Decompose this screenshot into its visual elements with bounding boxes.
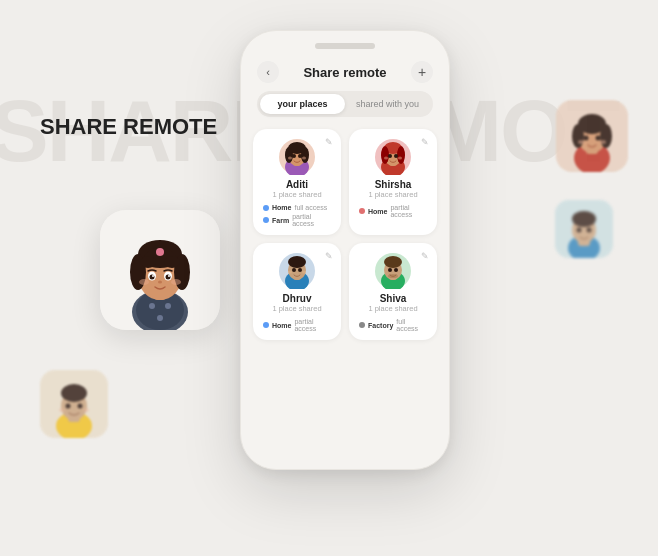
svg-point-33 — [600, 140, 606, 144]
svg-point-38 — [572, 211, 596, 227]
access-list-aditi: Home full access Farm partial access — [263, 204, 331, 227]
svg-point-49 — [83, 408, 89, 412]
access-place: Home — [368, 208, 387, 215]
svg-point-75 — [298, 268, 302, 272]
add-button[interactable]: + — [411, 61, 433, 83]
svg-point-57 — [298, 154, 302, 158]
access-item: Home full access — [263, 204, 331, 211]
svg-point-47 — [78, 404, 83, 409]
svg-point-20 — [139, 279, 149, 285]
user-name-shiva: Shiva — [359, 293, 427, 304]
svg-point-82 — [388, 268, 392, 272]
avatar-mid-right — [555, 200, 613, 258]
tab-shared-with-you[interactable]: shared with you — [345, 94, 430, 114]
svg-point-74 — [292, 268, 296, 272]
svg-point-21 — [171, 279, 181, 285]
user-grid: ✎ — [241, 129, 449, 340]
svg-point-55 — [301, 147, 309, 163]
user-places-shirsha: 1 place shared — [359, 190, 427, 199]
user-places-shiva: 1 place shared — [359, 304, 427, 313]
svg-point-12 — [164, 256, 180, 268]
svg-point-28 — [572, 124, 584, 148]
svg-point-19 — [158, 281, 162, 284]
access-list-shirsha: Home partial access — [359, 204, 427, 218]
svg-point-30 — [584, 136, 589, 141]
screen-header: ‹ Share remote + — [241, 57, 449, 91]
svg-point-84 — [388, 274, 398, 278]
avatar-shirsha — [359, 139, 427, 175]
user-name-aditi: Aditi — [263, 179, 331, 190]
edit-icon-aditi[interactable]: ✎ — [325, 137, 333, 147]
user-card-dhruv: ✎ — [253, 243, 341, 340]
user-card-aditi: ✎ — [253, 129, 341, 235]
phone-mockup: ‹ Share remote + your places shared with… — [240, 30, 450, 470]
avatar-dhruv — [263, 253, 331, 289]
edit-icon-dhruv[interactable]: ✎ — [325, 251, 333, 261]
svg-point-40 — [587, 228, 592, 233]
page-title: SHARE REMOTE — [40, 114, 217, 140]
svg-point-83 — [394, 268, 398, 272]
access-level: partial access — [390, 204, 427, 218]
svg-point-15 — [150, 275, 155, 280]
edit-icon-shirsha[interactable]: ✎ — [421, 137, 429, 147]
access-item: Home partial access — [359, 204, 427, 218]
svg-point-59 — [302, 157, 306, 160]
user-card-shirsha: ✎ — [349, 129, 437, 235]
svg-point-68 — [384, 157, 388, 160]
svg-point-64 — [381, 146, 389, 164]
svg-point-32 — [578, 140, 584, 144]
access-list-dhruv: Home partial access — [263, 318, 331, 332]
access-list-shiva: Factory full access — [359, 318, 427, 332]
svg-point-11 — [140, 256, 156, 268]
svg-point-58 — [288, 157, 292, 160]
svg-point-66 — [388, 154, 392, 158]
user-card-shiva: ✎ — [349, 243, 437, 340]
svg-point-5 — [157, 315, 163, 321]
svg-point-54 — [285, 147, 293, 163]
svg-point-4 — [165, 303, 171, 309]
svg-point-69 — [398, 157, 402, 160]
avatar-aditi — [263, 139, 331, 175]
svg-point-65 — [397, 146, 405, 164]
access-level: partial access — [292, 213, 331, 227]
user-name-dhruv: Dhruv — [263, 293, 331, 304]
svg-point-16 — [166, 275, 171, 280]
svg-point-45 — [61, 384, 87, 402]
user-name-shirsha: Shirsha — [359, 179, 427, 190]
phone-screen: ‹ Share remote + your places shared with… — [241, 49, 449, 340]
svg-point-76 — [288, 271, 292, 274]
svg-point-17 — [152, 275, 154, 277]
svg-point-31 — [596, 136, 601, 141]
access-level: full access — [294, 204, 327, 211]
svg-point-48 — [59, 408, 65, 412]
access-level: full access — [396, 318, 427, 332]
access-place: Farm — [272, 217, 289, 224]
svg-point-73 — [288, 256, 306, 268]
svg-point-39 — [577, 228, 582, 233]
avatar-top-right — [556, 100, 628, 172]
avatar-main-girl — [100, 210, 220, 330]
svg-point-18 — [168, 275, 170, 277]
user-places-aditi: 1 place shared — [263, 190, 331, 199]
svg-point-67 — [394, 154, 398, 158]
back-button[interactable]: ‹ — [257, 61, 279, 83]
access-item: Farm partial access — [263, 213, 331, 227]
avatar-shiva — [359, 253, 427, 289]
screen-title: Share remote — [303, 65, 386, 80]
svg-point-29 — [600, 124, 612, 148]
avatar-bottom-left — [40, 370, 108, 438]
svg-point-81 — [384, 256, 402, 268]
access-item: Home partial access — [263, 318, 331, 332]
svg-point-56 — [292, 154, 296, 158]
access-item: Factory full access — [359, 318, 427, 332]
access-place: Home — [272, 322, 291, 329]
svg-point-46 — [66, 404, 71, 409]
tab-bar: your places shared with you — [257, 91, 433, 117]
access-level: partial access — [294, 318, 331, 332]
access-place: Home — [272, 204, 291, 211]
user-places-dhruv: 1 place shared — [263, 304, 331, 313]
tab-your-places[interactable]: your places — [260, 94, 345, 114]
edit-icon-shiva[interactable]: ✎ — [421, 251, 429, 261]
access-place: Factory — [368, 322, 393, 329]
svg-point-77 — [302, 271, 306, 274]
